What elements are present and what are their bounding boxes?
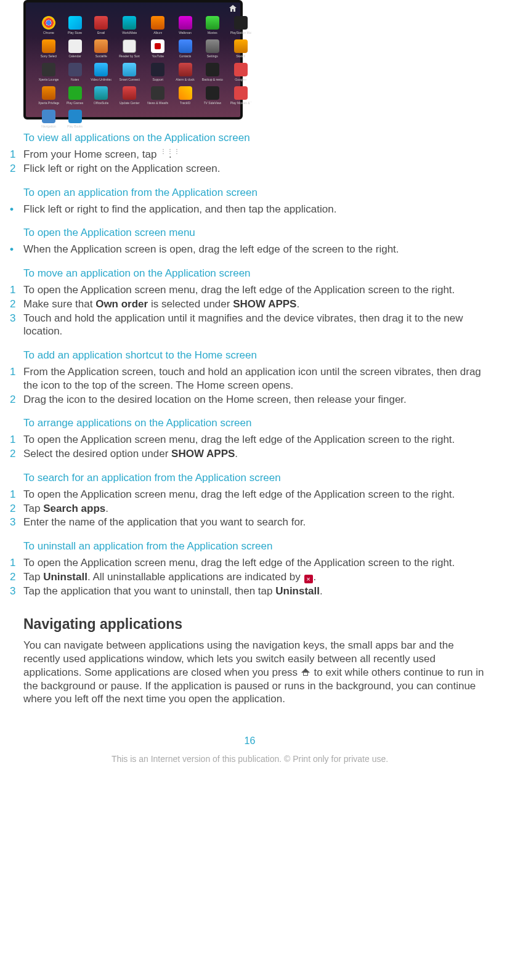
step-text: Tap Search apps. — [23, 502, 490, 516]
sub-heading-search: To search for an application from the Ap… — [23, 472, 490, 484]
bullet-text: When the Application screen is open, dra… — [23, 243, 490, 256]
step-number: 3 — [10, 516, 23, 529]
app-label: Sketch — [236, 54, 245, 58]
app-icon — [94, 86, 108, 100]
app-cell: Email — [91, 16, 112, 34]
app-cell: TrackID — [176, 86, 195, 105]
app-label: Update Center — [120, 101, 140, 105]
app-cell: Google+ — [230, 63, 251, 81]
app-cell: Album — [147, 16, 168, 34]
text: Tap the application that you want to uni… — [23, 585, 275, 597]
app-icon — [123, 86, 136, 100]
text: . — [105, 503, 108, 514]
text: . — [314, 571, 317, 583]
step-text: Touch and hold the application until it … — [23, 312, 490, 339]
step-number: 1 — [10, 488, 23, 501]
sub-heading-open-app: To open an application from the Applicat… — [23, 187, 490, 199]
home-button-icon — [301, 668, 310, 676]
app-cell: Video Unlimited — [91, 63, 112, 81]
step-number: 2 — [10, 393, 23, 407]
step-row: 1 To open the Application screen menu, d… — [10, 283, 490, 297]
step-number: 3 — [10, 585, 23, 598]
app-icon — [206, 86, 219, 100]
app-cell: Sony Select — [38, 39, 59, 58]
app-icon — [68, 110, 82, 123]
text: Make sure that — [23, 298, 95, 310]
app-icon — [206, 63, 219, 76]
step-text: Make sure that Own order is selected und… — [23, 298, 490, 311]
app-label: Google+ — [235, 78, 246, 81]
step-number: 1 — [10, 283, 23, 297]
page-number: 16 — [10, 735, 490, 747]
app-label: Sony Select — [41, 54, 57, 58]
step-text: Flick left or right on the Application s… — [23, 162, 490, 176]
app-label: Xperia Privilege — [38, 101, 59, 105]
app-icon — [234, 63, 248, 76]
app-cell: TV SideView — [202, 86, 223, 105]
app-icon — [42, 63, 55, 76]
app-icon — [68, 39, 82, 53]
app-label: Navigation — [41, 124, 56, 128]
page-content: ChromePlay StoreEmailWorldMateAlbumWalkm… — [0, 0, 507, 764]
app-icon — [123, 39, 136, 53]
text: Select the desired option under — [23, 448, 171, 460]
step-text: To open the Application screen menu, dra… — [23, 283, 490, 297]
app-label: News & Weather — [147, 101, 168, 105]
app-label: OfficeSuite — [94, 101, 108, 105]
step-text: Enter the name of the application that y… — [23, 516, 490, 529]
app-label: TrackID — [180, 101, 190, 105]
bullet-mark: • — [10, 243, 23, 256]
text: From your Home screen, tap — [23, 148, 160, 160]
app-label: Support — [152, 78, 163, 81]
sub-heading-add-shortcut: To add an application shortcut to the Ho… — [23, 349, 490, 362]
step-row: 3 Tap the application that you want to u… — [10, 585, 490, 598]
bullet-row: • When the Application screen is open, d… — [10, 243, 490, 256]
app-label: Chrome — [43, 31, 54, 34]
app-label: YouTube — [152, 54, 164, 58]
sub-heading-move-app: To move an application on the Applicatio… — [23, 267, 490, 280]
app-cell: Sketch — [230, 39, 251, 58]
app-cell: Xperia Lounge — [38, 63, 59, 81]
app-icon — [68, 86, 82, 100]
step-row: 2 Tap Search apps. — [10, 502, 490, 516]
step-number: 2 — [10, 447, 23, 461]
app-icon — [123, 16, 136, 30]
app-label: Play Games — [67, 101, 83, 105]
text: Tap — [23, 571, 43, 583]
app-cell: YouTube — [147, 39, 168, 58]
app-label: Backup & restore — [202, 78, 223, 81]
app-icon — [68, 63, 82, 76]
app-cell: Navigation — [38, 110, 59, 128]
sub-heading-arrange: To arrange applications on the Applicati… — [23, 417, 490, 429]
app-icon — [94, 63, 108, 76]
app-label: Settings — [207, 54, 218, 58]
step-row: 3 Touch and hold the application until i… — [10, 312, 490, 339]
app-cell: Movies — [202, 16, 223, 34]
app-label: TV SideView — [204, 101, 222, 105]
step-text: From the Application screen, touch and h… — [23, 365, 490, 392]
app-label: Reader by Sony — [119, 54, 140, 58]
step-number: 2 — [10, 162, 23, 176]
app-label: Walkman — [179, 31, 192, 34]
app-cell: Play Books — [67, 110, 83, 128]
app-label: Play Store — [68, 31, 82, 34]
app-icon — [151, 39, 164, 53]
app-label: Xperia Lounge — [39, 78, 59, 81]
app-cell: Backup & restore — [202, 63, 223, 81]
app-icon — [123, 63, 136, 76]
step-number: 1 — [10, 556, 23, 570]
bold-text: SHOW APPS — [233, 298, 296, 310]
step-number: 1 — [10, 365, 23, 379]
step-number: 2 — [10, 298, 23, 311]
app-icon — [234, 86, 248, 100]
app-icon — [68, 16, 82, 30]
app-icon — [234, 39, 248, 53]
app-icon — [179, 86, 192, 100]
step-number: 2 — [10, 570, 23, 584]
step-row: 1 To open the Application screen menu, d… — [10, 433, 490, 447]
text: . All uninstallable applications are ind… — [87, 571, 304, 583]
app-label: Calendar — [68, 54, 81, 58]
step-text: To open the Application screen menu, dra… — [23, 556, 490, 570]
step-text: From your Home screen, tap . — [23, 148, 490, 161]
step-row: 2 Make sure that Own order is selected u… — [10, 298, 490, 311]
